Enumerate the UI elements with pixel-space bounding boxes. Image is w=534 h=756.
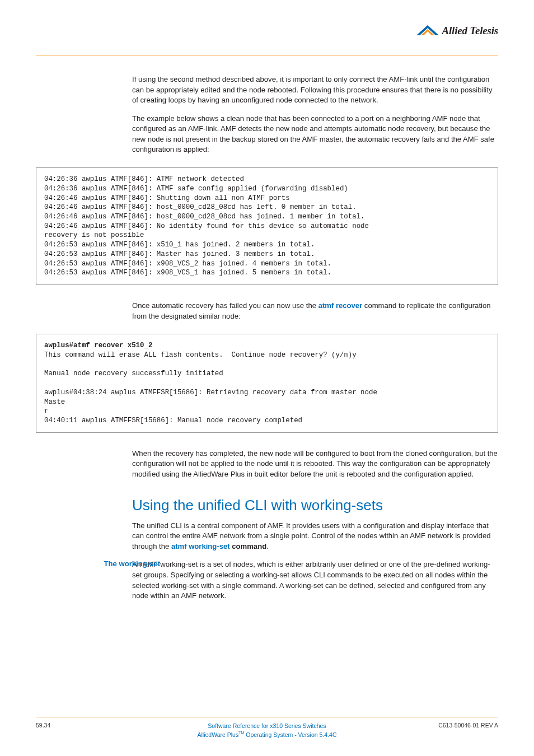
paragraph: When the recovery has completed, the new… [132, 449, 498, 480]
paragraph: An AMF working-set is a set of nodes, wh… [132, 559, 498, 601]
text: Once automatic recovery has failed you c… [132, 301, 318, 310]
footer-subtitle: AlliedWare PlusTM Operating System - Ver… [197, 730, 336, 739]
section-heading: Using the unified CLI with working-sets [132, 497, 498, 514]
code-sample-recovery: awplus#atmf recover x510_2 This command … [36, 334, 498, 433]
text: . [266, 542, 269, 550]
brand-triangle-icon [416, 25, 439, 36]
page-footer: 59.34 Software Reference for x310 Series… [36, 717, 498, 739]
doc-revision: C613-50046-01 REV A [431, 722, 498, 729]
page-number: 59.34 [36, 722, 103, 729]
code-sample-log: 04:26:36 awplus ATMF[846]: ATMF network … [36, 167, 498, 285]
side-label-working-set: The working-set [72, 559, 160, 568]
text: command [230, 542, 266, 550]
atmf-recover-link[interactable]: atmf recover [318, 301, 363, 310]
footer-center: Software Reference for x310 Series Switc… [197, 722, 336, 739]
footer-rule [36, 717, 498, 717]
header-rule [36, 55, 498, 55]
paragraph: The unified CLI is a central component o… [132, 521, 498, 552]
brand-logo: Allied Telesis [416, 25, 498, 37]
code-command: awplus#atmf recover x510_2 [44, 342, 152, 349]
code-body: This command will erase ALL flash conten… [44, 351, 381, 424]
footer-title: Software Reference for x310 Series Switc… [197, 722, 336, 730]
brand-name: Allied Telesis [442, 25, 498, 37]
atmf-working-set-link[interactable]: atmf working-set [171, 542, 230, 550]
paragraph: The example below shows a clean node tha… [132, 114, 498, 155]
paragraph: Once automatic recovery has failed you c… [132, 301, 498, 321]
paragraph: If using the second method described abo… [132, 74, 498, 106]
